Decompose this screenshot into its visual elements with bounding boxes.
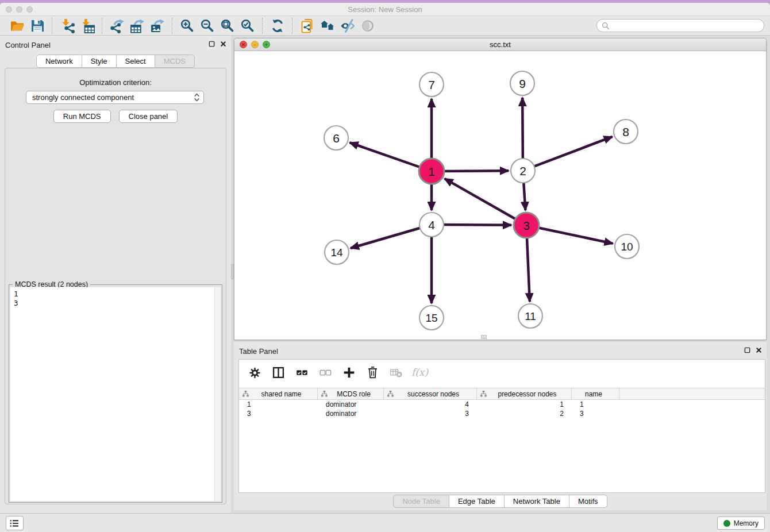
graph-node-7[interactable]: 7 xyxy=(419,72,444,97)
network-canvas[interactable]: 7968124314101511 xyxy=(234,51,766,340)
zoom-selected-icon[interactable] xyxy=(240,18,255,33)
hierarchy-icon xyxy=(321,391,328,397)
graph-node-4[interactable]: 4 xyxy=(419,213,444,237)
mcds-result-text[interactable]: 13 xyxy=(10,287,214,501)
column-header-predecessor-nodes[interactable]: predecessor nodes xyxy=(477,388,572,399)
table-toolbar: f(x) xyxy=(239,360,765,385)
fx-label: f(x) xyxy=(411,367,428,378)
settings-gear-icon[interactable] xyxy=(247,365,263,380)
hide-selected-icon[interactable] xyxy=(340,18,355,33)
list-icon xyxy=(10,519,20,527)
show-all-icon[interactable] xyxy=(319,18,335,33)
table-cell[interactable]: 3 xyxy=(239,409,318,418)
toolbar-group xyxy=(174,18,261,33)
clone-network-icon[interactable] xyxy=(299,18,315,33)
graph-node-14[interactable]: 14 xyxy=(325,240,349,264)
tab-edge-table[interactable]: Edge Table xyxy=(449,495,505,508)
search-input[interactable] xyxy=(610,20,764,32)
hierarchy-icon xyxy=(242,391,249,397)
float-panel-icon[interactable] xyxy=(209,41,215,47)
table-panel-title: Table Panel xyxy=(239,347,278,356)
toolbar-separator xyxy=(52,18,52,34)
node-table: shared nameMCDS rolesuccessor nodesprede… xyxy=(239,388,765,418)
zoom-fit-icon[interactable] xyxy=(220,18,235,33)
table-cell[interactable]: 3 xyxy=(384,409,477,418)
table-cell[interactable]: 2 xyxy=(477,409,572,418)
import-network-icon[interactable] xyxy=(59,18,75,33)
table-cell[interactable]: 1 xyxy=(477,400,572,409)
task-history-button[interactable] xyxy=(6,516,24,530)
table-cell[interactable]: 1 xyxy=(239,400,318,409)
graph-node-2[interactable]: 2 xyxy=(511,159,535,183)
tab-motifs[interactable]: Motifs xyxy=(569,495,607,508)
add-row-icon[interactable] xyxy=(341,365,357,380)
tab-mcds[interactable]: MCDS xyxy=(155,55,195,68)
graph-node-1[interactable]: 1 xyxy=(419,159,444,184)
tab-network[interactable]: Network xyxy=(36,55,82,68)
graph-edge-3-1[interactable] xyxy=(445,179,526,225)
column-header-MCDS-role[interactable]: MCDS role xyxy=(318,388,384,399)
function-icon: f(x) xyxy=(412,365,428,380)
table-cell[interactable]: 3 xyxy=(572,409,619,418)
result-scrollbar[interactable] xyxy=(214,287,221,501)
open-icon[interactable] xyxy=(9,18,25,33)
table-row[interactable]: 3dominator323 xyxy=(239,409,765,418)
graph-node-15[interactable]: 15 xyxy=(419,306,444,330)
graph-edge-2-8[interactable] xyxy=(523,137,613,171)
close-panel-icon[interactable] xyxy=(220,41,226,47)
save-icon[interactable] xyxy=(29,18,45,33)
close-panel-button[interactable]: Close panel xyxy=(119,110,178,123)
close-table-panel-icon[interactable] xyxy=(756,347,762,353)
toolbar-group xyxy=(3,18,51,33)
float-table-panel-icon[interactable] xyxy=(744,347,750,353)
graph-node-11[interactable]: 11 xyxy=(518,304,542,328)
graph-node-9[interactable]: 9 xyxy=(510,71,534,95)
eye-icon xyxy=(360,18,375,33)
network-window-titlebar[interactable]: ✕ − + scc.txt xyxy=(234,38,766,51)
table-header-row: shared nameMCDS rolesuccessor nodesprede… xyxy=(239,388,765,400)
graph-node-label: 9 xyxy=(519,77,526,90)
select-all-icon[interactable] xyxy=(294,365,310,380)
column-layout-icon[interactable] xyxy=(271,365,286,380)
tab-style[interactable]: Style xyxy=(82,55,117,68)
select-stepper-icon xyxy=(194,92,200,102)
graph-node-6[interactable]: 6 xyxy=(324,126,348,150)
export-table-icon[interactable] xyxy=(129,18,145,33)
graph-node-label: 11 xyxy=(525,310,536,322)
table-cell[interactable]: dominator xyxy=(318,400,384,409)
tab-node-table[interactable]: Node Table xyxy=(393,495,449,508)
node-table-container: f(x) shared nameMCDS rolesuccessor nodes… xyxy=(238,359,765,493)
graph-node-10[interactable]: 10 xyxy=(615,234,639,259)
zoom-out-icon[interactable] xyxy=(199,18,215,33)
search-box[interactable] xyxy=(596,19,764,32)
main-titlebar[interactable]: Session: New Session xyxy=(0,3,770,16)
zoom-in-icon[interactable] xyxy=(179,18,195,33)
column-label: successor nodes xyxy=(394,390,476,398)
graph-node-3[interactable]: 3 xyxy=(514,213,539,238)
column-label: MCDS role xyxy=(328,390,383,398)
table-panel-tabs: Node TableEdge TableNetwork TableMotifs xyxy=(393,495,607,508)
tab-select[interactable]: Select xyxy=(117,55,155,68)
delete-row-icon[interactable] xyxy=(365,365,380,380)
column-header-name[interactable]: name xyxy=(572,388,619,399)
table-cell[interactable]: dominator xyxy=(318,409,384,418)
column-header-successor-nodes[interactable]: successor nodes xyxy=(384,388,477,399)
optimization-criterion-select[interactable]: strongly connected component xyxy=(26,91,204,104)
memory-button[interactable]: Memory xyxy=(717,516,765,530)
toolbar-separator xyxy=(262,18,263,34)
column-header-shared-name[interactable]: shared name xyxy=(239,388,318,399)
table-row[interactable]: 1dominator411 xyxy=(239,400,765,409)
table-cell[interactable]: 1 xyxy=(572,400,619,409)
import-table-icon[interactable] xyxy=(79,18,95,33)
graph-node-label: 14 xyxy=(330,246,343,259)
graph-node-8[interactable]: 8 xyxy=(614,119,638,144)
h-scrollbar-thumb[interactable] xyxy=(481,335,487,339)
table-cell[interactable]: 4 xyxy=(384,400,477,409)
graph-node-label: 1 xyxy=(428,165,435,178)
export-image-icon[interactable] xyxy=(149,18,165,33)
export-network-icon[interactable] xyxy=(109,18,125,33)
deselect-all-icon[interactable] xyxy=(318,365,333,380)
tab-network-table[interactable]: Network Table xyxy=(505,495,569,508)
run-mcds-button[interactable]: Run MCDS xyxy=(53,110,111,123)
refresh-icon[interactable] xyxy=(270,18,285,33)
